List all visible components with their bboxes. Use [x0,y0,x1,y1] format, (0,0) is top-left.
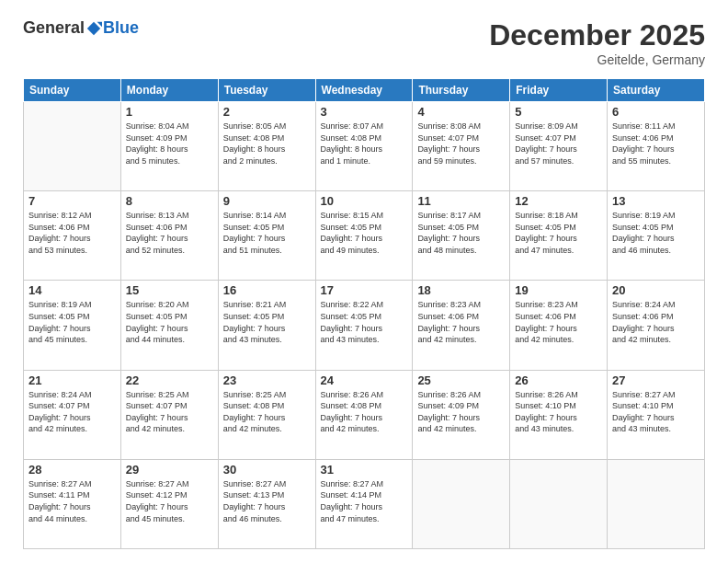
day-number: 1 [126,105,213,119]
day-number: 28 [28,463,116,477]
day-info: Sunrise: 8:26 AM Sunset: 4:09 PM Dayligh… [417,389,505,435]
calendar-cell: 17Sunrise: 8:22 AM Sunset: 4:05 PM Dayli… [315,281,413,370]
location-subtitle: Geitelde, Germany [489,52,705,67]
calendar-cell: 31Sunrise: 8:27 AM Sunset: 4:14 PM Dayli… [315,459,413,548]
weekday-header: Wednesday [315,79,413,102]
calendar-cell: 16Sunrise: 8:21 AM Sunset: 4:05 PM Dayli… [218,281,315,370]
calendar-week-row: 14Sunrise: 8:19 AM Sunset: 4:05 PM Dayli… [24,281,705,370]
day-info: Sunrise: 8:19 AM Sunset: 4:05 PM Dayligh… [612,210,700,256]
day-info: Sunrise: 8:18 AM Sunset: 4:05 PM Dayligh… [515,210,602,256]
logo: General Blue [23,18,139,38]
day-info: Sunrise: 8:27 AM Sunset: 4:11 PM Dayligh… [28,478,116,524]
calendar-cell: 13Sunrise: 8:19 AM Sunset: 4:05 PM Dayli… [608,191,705,281]
calendar-cell: 24Sunrise: 8:26 AM Sunset: 4:08 PM Dayli… [315,370,413,459]
day-info: Sunrise: 8:14 AM Sunset: 4:05 PM Dayligh… [223,210,311,256]
day-info: Sunrise: 8:22 AM Sunset: 4:05 PM Dayligh… [321,299,408,345]
day-info: Sunrise: 8:23 AM Sunset: 4:06 PM Dayligh… [515,299,602,345]
calendar-cell [510,459,608,548]
calendar-cell: 8Sunrise: 8:13 AM Sunset: 4:06 PM Daylig… [120,191,218,281]
calendar-week-row: 28Sunrise: 8:27 AM Sunset: 4:11 PM Dayli… [24,459,705,548]
day-info: Sunrise: 8:04 AM Sunset: 4:09 PM Dayligh… [126,121,213,167]
weekday-header: Friday [510,79,608,102]
calendar-cell: 29Sunrise: 8:27 AM Sunset: 4:12 PM Dayli… [120,459,218,548]
day-info: Sunrise: 8:27 AM Sunset: 4:10 PM Dayligh… [612,389,700,435]
day-info: Sunrise: 8:11 AM Sunset: 4:06 PM Dayligh… [612,121,700,167]
day-info: Sunrise: 8:15 AM Sunset: 4:05 PM Dayligh… [321,210,408,256]
calendar-cell: 19Sunrise: 8:23 AM Sunset: 4:06 PM Dayli… [510,281,608,370]
day-number: 30 [223,463,311,477]
calendar-cell: 21Sunrise: 8:24 AM Sunset: 4:07 PM Dayli… [24,370,121,459]
day-number: 31 [321,463,408,477]
calendar-cell: 15Sunrise: 8:20 AM Sunset: 4:05 PM Dayli… [120,281,218,370]
day-number: 26 [515,373,602,387]
calendar-cell: 22Sunrise: 8:25 AM Sunset: 4:07 PM Dayli… [120,370,218,459]
day-info: Sunrise: 8:21 AM Sunset: 4:05 PM Dayligh… [223,299,311,345]
day-number: 13 [612,194,700,208]
day-info: Sunrise: 8:08 AM Sunset: 4:07 PM Dayligh… [417,121,505,167]
calendar-cell: 7Sunrise: 8:12 AM Sunset: 4:06 PM Daylig… [24,191,121,281]
day-info: Sunrise: 8:13 AM Sunset: 4:06 PM Dayligh… [126,210,213,256]
calendar-cell: 1Sunrise: 8:04 AM Sunset: 4:09 PM Daylig… [120,102,218,191]
calendar-cell: 3Sunrise: 8:07 AM Sunset: 4:08 PM Daylig… [315,102,413,191]
weekday-header: Saturday [608,79,705,102]
day-info: Sunrise: 8:27 AM Sunset: 4:12 PM Dayligh… [126,478,213,524]
day-info: Sunrise: 8:26 AM Sunset: 4:08 PM Dayligh… [321,389,408,435]
calendar-cell: 26Sunrise: 8:26 AM Sunset: 4:10 PM Dayli… [510,370,608,459]
day-number: 9 [223,194,311,208]
calendar-cell: 28Sunrise: 8:27 AM Sunset: 4:11 PM Dayli… [24,459,121,548]
day-number: 16 [223,283,311,297]
calendar-cell [608,459,705,548]
day-info: Sunrise: 8:17 AM Sunset: 4:05 PM Dayligh… [417,210,505,256]
day-number: 5 [515,105,602,119]
day-info: Sunrise: 8:07 AM Sunset: 4:08 PM Dayligh… [321,121,408,167]
day-info: Sunrise: 8:27 AM Sunset: 4:14 PM Dayligh… [321,478,408,524]
day-info: Sunrise: 8:25 AM Sunset: 4:07 PM Dayligh… [126,389,213,435]
day-number: 3 [321,105,408,119]
calendar-cell: 27Sunrise: 8:27 AM Sunset: 4:10 PM Dayli… [608,370,705,459]
logo-blue-text: Blue [103,18,139,38]
day-number: 10 [321,194,408,208]
day-number: 8 [126,194,213,208]
calendar-week-row: 21Sunrise: 8:24 AM Sunset: 4:07 PM Dayli… [24,370,705,459]
calendar-cell: 23Sunrise: 8:25 AM Sunset: 4:08 PM Dayli… [218,370,315,459]
day-info: Sunrise: 8:25 AM Sunset: 4:08 PM Dayligh… [223,389,311,435]
weekday-header: Tuesday [218,79,315,102]
page: General Blue December 2025 Geitelde, Ger… [0,0,728,563]
day-number: 14 [28,283,116,297]
calendar-cell: 6Sunrise: 8:11 AM Sunset: 4:06 PM Daylig… [608,102,705,191]
calendar-cell: 2Sunrise: 8:05 AM Sunset: 4:08 PM Daylig… [218,102,315,191]
calendar-cell: 30Sunrise: 8:27 AM Sunset: 4:13 PM Dayli… [218,459,315,548]
day-info: Sunrise: 8:23 AM Sunset: 4:06 PM Dayligh… [417,299,505,345]
weekday-header: Sunday [24,79,121,102]
calendar-cell: 25Sunrise: 8:26 AM Sunset: 4:09 PM Dayli… [413,370,510,459]
logo-general-text: General [23,18,85,38]
day-number: 2 [223,105,311,119]
calendar-cell: 12Sunrise: 8:18 AM Sunset: 4:05 PM Dayli… [510,191,608,281]
weekday-header: Monday [120,79,218,102]
calendar-cell: 9Sunrise: 8:14 AM Sunset: 4:05 PM Daylig… [218,191,315,281]
calendar: SundayMondayTuesdayWednesdayThursdayFrid… [23,78,705,549]
day-number: 6 [612,105,700,119]
day-number: 7 [28,194,116,208]
day-number: 11 [417,194,505,208]
title-block: December 2025 Geitelde, Germany [489,18,705,67]
day-number: 4 [417,105,505,119]
day-info: Sunrise: 8:24 AM Sunset: 4:07 PM Dayligh… [28,389,116,435]
day-number: 29 [126,463,213,477]
day-number: 19 [515,283,602,297]
calendar-cell: 5Sunrise: 8:09 AM Sunset: 4:07 PM Daylig… [510,102,608,191]
day-number: 21 [28,373,116,387]
day-number: 22 [126,373,213,387]
calendar-cell: 20Sunrise: 8:24 AM Sunset: 4:06 PM Dayli… [608,281,705,370]
weekday-header: Thursday [413,79,510,102]
day-number: 12 [515,194,602,208]
calendar-header-row: SundayMondayTuesdayWednesdayThursdayFrid… [24,79,705,102]
day-number: 20 [612,283,700,297]
day-info: Sunrise: 8:20 AM Sunset: 4:05 PM Dayligh… [126,299,213,345]
day-number: 24 [321,373,408,387]
day-info: Sunrise: 8:24 AM Sunset: 4:06 PM Dayligh… [612,299,700,345]
day-number: 25 [417,373,505,387]
header: General Blue December 2025 Geitelde, Ger… [23,18,705,67]
calendar-cell [24,102,121,191]
logo-icon [85,20,102,37]
